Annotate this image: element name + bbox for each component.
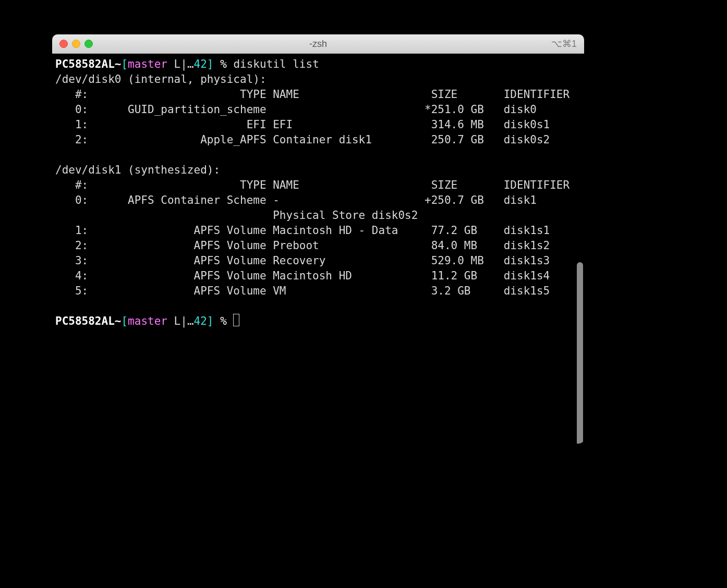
output-disk1-row: 1: APFS Volume Macintosh HD - Data 77.2 … [55,224,550,237]
output-disk0-row: 1: EFI EFI 314.6 MB disk0s1 [55,118,550,131]
output-disk1-row: 4: APFS Volume Macintosh HD 11.2 GB disk… [55,270,550,282]
prompt-symbol: % [214,315,234,327]
terminal-content[interactable]: PC58582AL~[master L|…42] % diskutil list… [52,54,584,332]
prompt-bracket-close: ] [207,58,214,70]
output-disk1-row: 0: APFS Container Scheme - +250.7 GB dis… [55,194,537,206]
output-disk0-row: 2: Apple_APFS Container disk1 250.7 GB d… [55,133,550,146]
prompt-bracket-open: [ [121,58,128,70]
output-disk1-row: 5: APFS Volume VM 3.2 GB disk1s5 [55,285,550,297]
traffic-lights [52,40,93,48]
output-disk1-row: Physical Store disk0s2 [55,209,418,222]
prompt-git-status: L|… [167,315,194,327]
terminal-window: -zsh ⌥⌘1 PC58582AL~[master L|…42] % disk… [52,34,584,444]
window-shortcut-hint: ⌥⌘1 [551,38,577,50]
window-title: -zsh [52,39,584,50]
output-disk1-row: 2: APFS Volume Preboot 84.0 MB disk1s2 [55,239,550,252]
zoom-icon[interactable] [84,40,93,48]
prompt-symbol: % [214,58,234,70]
close-icon[interactable] [59,40,68,48]
prompt-branch: master [128,315,167,327]
command-text: diskutil list [233,58,319,70]
prompt-branch: master [128,58,167,70]
output-disk1-row: 3: APFS Volume Recovery 529.0 MB disk1s3 [55,254,550,267]
prompt-bracket-close: ] [207,315,214,327]
output-disk0-row: 0: GUID_partition_scheme *251.0 GB disk0 [55,103,537,116]
prompt-git-status: L|… [167,58,194,70]
prompt-host: PC58582AL [55,315,115,327]
prompt-host: PC58582AL [55,58,115,70]
prompt-separator: ~ [115,58,122,70]
cursor-icon [233,314,239,326]
terminal-body[interactable]: PC58582AL~[master L|…42] % diskutil list… [52,54,584,444]
scrollbar[interactable] [577,262,583,444]
prompt-bracket-open: [ [121,315,128,327]
output-disk1-header: /dev/disk1 (synthesized): [55,164,220,176]
prompt-git-num: 42 [194,315,207,327]
prompt-separator: ~ [115,315,122,327]
output-disk0-cols: #: TYPE NAME SIZE IDENTIFIER [55,88,570,101]
output-disk1-cols: #: TYPE NAME SIZE IDENTIFIER [55,179,570,191]
output-disk0-header: /dev/disk0 (internal, physical): [55,73,266,85]
minimize-icon[interactable] [72,40,80,48]
titlebar[interactable]: -zsh ⌥⌘1 [52,34,584,54]
prompt-git-num: 42 [194,58,207,70]
